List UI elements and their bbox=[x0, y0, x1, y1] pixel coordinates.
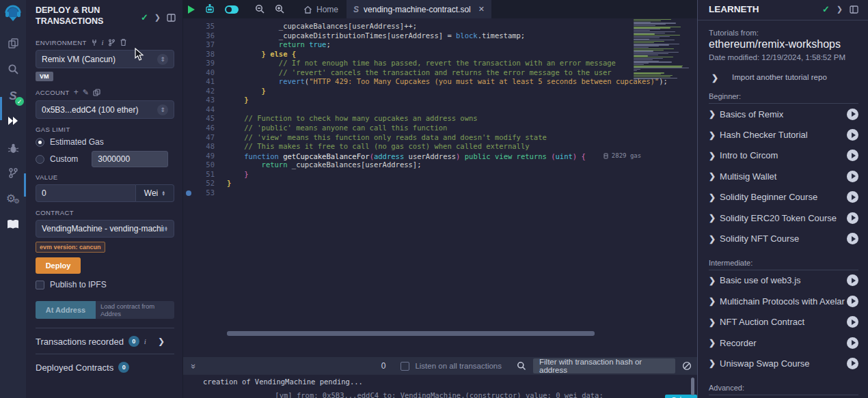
tutorial-item[interactable]: ❯Uniswap Swap Course bbox=[709, 353, 858, 373]
breakpoint-gutter[interactable] bbox=[183, 105, 193, 115]
code-line[interactable]: 46 // 'public' means anyone can call thi… bbox=[183, 124, 697, 133]
breakpoint-gutter[interactable] bbox=[183, 50, 193, 59]
learneth-plugin-icon[interactable] bbox=[0, 214, 26, 234]
tutorial-play-button[interactable] bbox=[847, 109, 858, 120]
tutorial-play-button[interactable] bbox=[847, 150, 858, 161]
breakpoint-gutter[interactable] bbox=[183, 22, 193, 31]
tutorial-play-button[interactable] bbox=[847, 171, 858, 182]
tutorial-item[interactable]: ❯Hash Checker Tutorial bbox=[709, 124, 858, 145]
breakpoint-gutter[interactable] bbox=[183, 87, 193, 96]
run-script-icon[interactable] bbox=[183, 0, 200, 18]
tutorial-item[interactable]: ❯Basics of Remix bbox=[709, 104, 858, 124]
copilot-toggle[interactable] bbox=[220, 0, 243, 18]
editor-minimap[interactable] bbox=[632, 19, 694, 83]
code-line[interactable]: 53 bbox=[183, 188, 697, 198]
add-account-icon[interactable]: + bbox=[74, 87, 79, 97]
tutorial-play-button[interactable] bbox=[847, 212, 858, 224]
terminal-collapse-icon[interactable]: » bbox=[189, 361, 199, 371]
tutorial-play-button[interactable] bbox=[847, 358, 858, 369]
import-tutorial-row[interactable]: ❯ Import another tutorial repo bbox=[709, 73, 858, 83]
code-line[interactable]: 38 } else { bbox=[183, 50, 697, 59]
breakpoint-gutter[interactable] bbox=[183, 179, 193, 188]
tutorial-item[interactable]: ❯Solidity Beginner Course bbox=[709, 187, 858, 208]
remix-logo-icon[interactable] bbox=[0, 0, 26, 27]
breakpoint-gutter[interactable] bbox=[183, 96, 193, 105]
code-line[interactable]: 49 function getCupcakeBalanceFor(address… bbox=[183, 152, 697, 161]
tutorial-play-button[interactable] bbox=[847, 337, 858, 349]
tutorial-item[interactable]: ❯Solidity NFT Course bbox=[709, 228, 858, 248]
account-select[interactable]: 0x5B3...eddC4 (100 ether) ⇕ bbox=[36, 100, 174, 119]
breakpoint-gutter[interactable] bbox=[183, 40, 193, 50]
tutorial-item[interactable]: ❯Recorder bbox=[709, 332, 858, 353]
deploy-run-icon[interactable] bbox=[0, 111, 26, 131]
panel-expand-icon[interactable]: ❯ bbox=[154, 13, 161, 22]
tutorial-item[interactable]: ❯Solidity ERC20 Token Course bbox=[709, 208, 858, 228]
terminal-filter-input[interactable]: Filter with transaction hash or address bbox=[533, 358, 675, 373]
breakpoint-gutter[interactable] bbox=[183, 68, 193, 78]
tutorial-item[interactable]: ❯Basic use of web3.js bbox=[709, 270, 858, 291]
zoom-out-icon[interactable] bbox=[250, 0, 270, 18]
code-area[interactable]: 35 _cupcakeBalances[userAddress]++;36 _c… bbox=[183, 18, 697, 345]
tutorial-play-button[interactable] bbox=[847, 191, 858, 203]
transactions-chevron-icon[interactable]: ❯ bbox=[158, 337, 165, 346]
breakpoint-gutter[interactable] bbox=[183, 133, 193, 143]
code-line[interactable]: 40 // 'revert' cancels the transaction a… bbox=[183, 68, 697, 78]
custom-gas-radio[interactable] bbox=[36, 155, 44, 164]
code-line[interactable]: 37 return true; bbox=[183, 40, 697, 50]
tutorial-item[interactable]: ❯Multisig Wallet bbox=[709, 166, 858, 186]
tutorial-play-button[interactable] bbox=[847, 233, 858, 244]
value-unit-select[interactable]: Wei ▲▼ bbox=[136, 184, 174, 202]
tutorial-play-button[interactable] bbox=[847, 296, 858, 307]
settings-icon[interactable]: ⚙⚙ bbox=[0, 188, 26, 208]
tab-active-file[interactable]: S vending-machine-contract.sol ✕ bbox=[347, 0, 491, 18]
solidity-compiler-icon[interactable]: S ✓ bbox=[0, 86, 26, 106]
editor-horizontal-scrollbar[interactable] bbox=[227, 331, 595, 336]
terminal-search-icon[interactable] bbox=[517, 361, 526, 371]
code-line[interactable]: 36 _cupcakeDistributionTimes[userAddress… bbox=[183, 31, 697, 41]
tutorial-item[interactable]: ❯NFT Auction Contract bbox=[709, 312, 858, 332]
code-line[interactable]: 50 return _cupcakeBalances[userAddress]; bbox=[183, 160, 697, 170]
listen-all-checkbox[interactable] bbox=[401, 362, 409, 371]
code-line[interactable]: 52} bbox=[183, 179, 697, 188]
learneth-pin-icon[interactable] bbox=[850, 5, 858, 14]
breakpoint-gutter[interactable] bbox=[183, 59, 193, 68]
tutorial-item[interactable]: ❯All about Proxy Contracts bbox=[709, 395, 858, 398]
breakpoint-gutter[interactable] bbox=[183, 31, 193, 41]
value-input[interactable]: 0 bbox=[36, 184, 136, 202]
delete-environment-icon[interactable] bbox=[120, 38, 127, 46]
estimated-gas-radio[interactable] bbox=[36, 138, 44, 147]
zoom-in-icon[interactable] bbox=[270, 0, 290, 18]
transactions-info-icon[interactable]: i bbox=[144, 337, 146, 345]
breakpoint-gutter[interactable] bbox=[183, 160, 193, 170]
git-icon[interactable] bbox=[0, 162, 26, 183]
breakpoint-gutter[interactable] bbox=[183, 124, 193, 133]
environment-info-icon[interactable]: i bbox=[102, 38, 104, 46]
edit-account-icon[interactable]: ✎ bbox=[83, 88, 89, 97]
ai-copilot-icon[interactable] bbox=[200, 0, 220, 18]
contract-select[interactable]: VendingMachine - vending-machin ▲▼ bbox=[36, 220, 174, 238]
fork-icon[interactable] bbox=[108, 39, 116, 46]
at-address-button[interactable]: At Address bbox=[36, 301, 96, 319]
terminal-clear-icon[interactable] bbox=[682, 361, 692, 371]
tutorial-play-button[interactable] bbox=[847, 129, 858, 141]
breakpoint-gutter[interactable] bbox=[183, 142, 193, 152]
code-line[interactable]: 35 _cupcakeBalances[userAddress]++; bbox=[183, 22, 697, 31]
breakpoint-gutter[interactable] bbox=[183, 114, 193, 124]
search-icon[interactable] bbox=[0, 59, 26, 79]
transactions-recorded-row[interactable]: Transactions recorded 0 i ❯ bbox=[36, 328, 174, 354]
code-line[interactable]: 48 // This makes it free to call (no gas… bbox=[183, 142, 697, 152]
breakpoint-gutter[interactable] bbox=[183, 77, 193, 87]
panel-pin-icon[interactable] bbox=[167, 14, 176, 22]
code-line[interactable]: 41 revert("HTTP 429: Too Many Cupcakes (… bbox=[183, 77, 697, 87]
tab-home[interactable]: Home bbox=[295, 0, 347, 18]
breakpoint-gutter[interactable] bbox=[183, 170, 193, 180]
terminal-scrollbar[interactable] bbox=[691, 378, 694, 395]
breakpoint-gutter[interactable] bbox=[183, 188, 193, 198]
code-line[interactable]: 44 bbox=[183, 105, 697, 115]
environment-select[interactable]: Remix VM (Cancun) ⇕ bbox=[36, 50, 174, 68]
deploy-button[interactable]: Deploy bbox=[36, 257, 81, 274]
code-line[interactable]: 45 // Function to check how many cupcake… bbox=[183, 114, 697, 124]
code-line[interactable]: 51 } bbox=[183, 170, 697, 180]
breakpoint-gutter[interactable] bbox=[183, 152, 193, 161]
copy-account-icon[interactable] bbox=[93, 89, 100, 96]
